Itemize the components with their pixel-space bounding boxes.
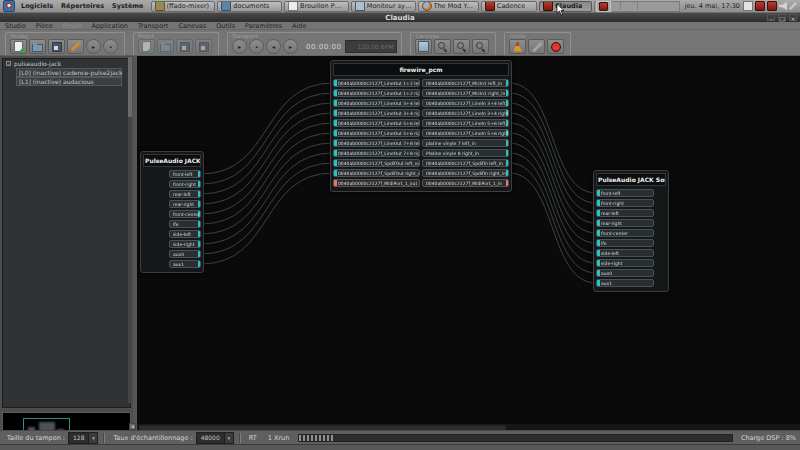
- tree-item-client[interactable]: [L0] (inactive) cadence-pulse2jack: [16, 68, 122, 77]
- splitter-collapse-button[interactable]: ◂: [129, 423, 136, 430]
- connection-wire[interactable]: [201, 123, 333, 214]
- port-0040ab0000c2127f-spdifout-right-out[interactable]: 0040ab0000c2127f_SpdifOut right_out: [333, 169, 420, 177]
- buffer-size-select[interactable]: 128 ▾: [68, 432, 98, 444]
- port-rear-left[interactable]: rear-left: [169, 190, 201, 198]
- port-platine-vinyle-7-left-in[interactable]: platine vinyle 7 left_in: [422, 139, 509, 147]
- start-menu-button[interactable]: [2, 1, 15, 12]
- connection-wire[interactable]: [201, 93, 333, 184]
- canvas-zoom-in-button[interactable]: [453, 39, 470, 54]
- connection-wire[interactable]: [509, 113, 596, 223]
- task-button-brouillon-post-linux[interactable]: Brouillon Post Linux...: [284, 1, 349, 12]
- port-platine-vinyle-8-right-in[interactable]: Platine vinyle 8 right_in: [422, 149, 509, 157]
- claudia-tray-icon[interactable]: [755, 1, 765, 11]
- connection-wire[interactable]: [509, 93, 596, 203]
- port-side-right[interactable]: side-right: [596, 259, 654, 267]
- studio-open-button[interactable]: [29, 39, 46, 54]
- port-aux1[interactable]: aux1: [169, 260, 201, 268]
- connection-wire[interactable]: [201, 153, 333, 244]
- studio-start-button[interactable]: ▸: [86, 39, 101, 54]
- port-0040ab0000c2127f-lineout-3-4-right-out[interactable]: 0040ab0000c2127f_LineOut 3+4 right_out: [333, 109, 420, 117]
- port-0040ab0000c2127f-midiport-1-out[interactable]: 0040ab0000c2127f_MidiPort_1_out: [333, 179, 420, 187]
- studio-stop-button[interactable]: ▪: [103, 39, 118, 54]
- port-side-left[interactable]: side-left: [169, 230, 201, 238]
- port-0040ab0000c2127f-spdifin-right-in[interactable]: 0040ab0000c2127f_SpdifIn right_in: [422, 169, 509, 177]
- port-rear-right[interactable]: rear-right: [169, 200, 201, 208]
- port-0040ab0000c2127f-lineout-1-2-right-out[interactable]: 0040ab0000c2127f_LineOut 1+2 right_out: [333, 89, 420, 97]
- port-0040ab0000c2127f-lineout-7-8-left-out[interactable]: 0040ab0000c2127f_LineOut 7+8 left_out: [333, 139, 420, 147]
- node-pulseaudio-jack-sink[interactable]: PulseAudio JACK Sinkfront-leftfront-righ…: [140, 151, 204, 273]
- port-0040ab0000c2127f-spdifout-left-out[interactable]: 0040ab0000c2127f_SpdifOut left_out: [333, 159, 420, 167]
- stylus-icon[interactable]: [789, 2, 797, 10]
- connection-wire[interactable]: [201, 143, 333, 234]
- task-button-moniteur-systeme[interactable]: Moniteur système: [351, 1, 416, 12]
- connection-wire[interactable]: [509, 153, 596, 263]
- port-0040ab0000c2127f-linein-3-4-right-in[interactable]: 0040ab0000c2127f_LineIn 3+4 right_in: [422, 109, 509, 117]
- port-0040ab0000c2127f-linein-3-4-left-in[interactable]: 0040ab0000c2127f_LineIn 3+4 left_in: [422, 99, 509, 107]
- connection-wire[interactable]: [509, 143, 596, 253]
- port-0040ab0000c2127f-linein-5-6-right-in[interactable]: 0040ab0000c2127f_LineIn 5+6 right_in: [422, 129, 509, 137]
- task-button-claudia[interactable]: Claudia: [539, 1, 592, 12]
- node-pulseaudio-jack-source[interactable]: PulseAudio JACK Sourcefront-leftfront-ri…: [593, 170, 669, 292]
- menu-aide[interactable]: Aide: [287, 22, 311, 30]
- connection-wire[interactable]: [201, 133, 333, 224]
- port-aux0[interactable]: aux0: [596, 269, 654, 277]
- studio-rename-button[interactable]: [67, 39, 84, 54]
- port-0040ab0000c2127f-lineout-7-8-right-out[interactable]: 0040ab0000c2127f_LineOut 7+8 right_out: [333, 149, 420, 157]
- connection-wire[interactable]: [509, 123, 596, 233]
- transport-stop-button[interactable]: ▪: [249, 39, 264, 54]
- calendar-icon[interactable]: [743, 1, 753, 11]
- tools-xrun-clear-button[interactable]: [509, 39, 526, 54]
- tree-scrollbar[interactable]: [128, 57, 132, 403]
- task-button-documents[interactable]: documents: [217, 1, 282, 12]
- cadence-tray-icon[interactable]: [767, 1, 777, 11]
- port-front-left[interactable]: front-left: [169, 170, 201, 178]
- menu-application[interactable]: Application: [87, 22, 133, 30]
- canvas-hscrollbar-handle[interactable]: [139, 425, 506, 430]
- port-0040ab0000c2127f-spdifin-left-in[interactable]: 0040ab0000c2127f_SpdifIn left_in: [422, 159, 509, 167]
- tools-render-button[interactable]: [547, 39, 564, 54]
- connection-wire[interactable]: [201, 83, 333, 174]
- port-0040ab0000c2127f-midiport-1-in[interactable]: 0040ab0000c2127f_MidiPort_1_in: [422, 179, 509, 187]
- menu-canevas[interactable]: Canevas: [173, 22, 211, 30]
- menu-piece[interactable]: Pièce: [31, 22, 58, 30]
- studio-tree[interactable]: -pulseaudio-jack[L0] (inactive) cadence-…: [2, 58, 131, 408]
- tree-scrollbar-handle[interactable]: [128, 57, 132, 117]
- taskbar-menu-repertoires[interactable]: Répertoires: [57, 2, 108, 10]
- port-front-right[interactable]: front-right: [596, 199, 654, 207]
- port-aux0[interactable]: aux0: [169, 250, 201, 258]
- node-firewire-pcm[interactable]: firewire_pcm0040ab0000c2127f_LineOut 1+2…: [330, 60, 512, 192]
- port-0040ab0000c2127f-micin1-left-in[interactable]: 0040ab0000c2127f_MicIn1 left_in: [422, 79, 509, 87]
- tools-configure-button[interactable]: [528, 39, 545, 54]
- port-rear-right[interactable]: rear-right: [596, 219, 654, 227]
- port-side-right[interactable]: side-right: [169, 240, 201, 248]
- port-front-center[interactable]: front-center: [169, 210, 201, 218]
- menu-studio[interactable]: Studio: [0, 22, 31, 30]
- transport-play-button[interactable]: ▸: [232, 39, 247, 54]
- studio-save-button[interactable]: [48, 39, 65, 54]
- connection-wire[interactable]: [201, 103, 333, 194]
- connection-wire[interactable]: [509, 133, 596, 243]
- tree-expander-icon[interactable]: -: [6, 61, 11, 66]
- menu-parametres[interactable]: Paramètres: [240, 22, 287, 30]
- canvas-zoom-out-button[interactable]: [472, 39, 489, 54]
- port-aux1[interactable]: aux1: [596, 279, 654, 287]
- port-rear-left[interactable]: rear-left: [596, 209, 654, 217]
- connection-wire[interactable]: [509, 163, 596, 273]
- tray-slot-claudia[interactable]: [596, 1, 611, 12]
- taskbar-menu-systeme[interactable]: Système: [108, 2, 147, 10]
- tree-item-client[interactable]: [L1] (inactive) audacious: [16, 77, 122, 86]
- maximize-button[interactable]: □: [778, 14, 786, 21]
- port-0040ab0000c2127f-micin1-right-in[interactable]: 0040ab0000c2127f_MicIn1 right_in: [422, 89, 509, 97]
- port-0040ab0000c2127f-lineout-1-2-left-out[interactable]: 0040ab0000c2127f_LineOut 1+2 left_out: [333, 79, 420, 87]
- task-button-the-mod-years-1965[interactable]: The Mod Years 1965...: [418, 1, 479, 12]
- menu-outils[interactable]: Outils: [211, 22, 240, 30]
- port-0040ab0000c2127f-linein-5-6-left-in[interactable]: 0040ab0000c2127f_LineIn 5+6 left_in: [422, 119, 509, 127]
- taskbar-clock[interactable]: jeu. 4 mai, 17:30: [682, 2, 743, 10]
- task-button-cadence[interactable]: Cadence: [481, 1, 537, 12]
- port-0040ab0000c2127f-lineout-5-6-right-out[interactable]: 0040ab0000c2127f_LineOut 5+6 right_out: [333, 129, 420, 137]
- port-lfe[interactable]: lfe: [596, 239, 654, 247]
- volume-icon[interactable]: [779, 2, 787, 10]
- studio-new-button[interactable]: [10, 39, 27, 54]
- connection-wire[interactable]: [201, 173, 333, 264]
- tree-item-root[interactable]: -pulseaudio-jack: [3, 59, 130, 68]
